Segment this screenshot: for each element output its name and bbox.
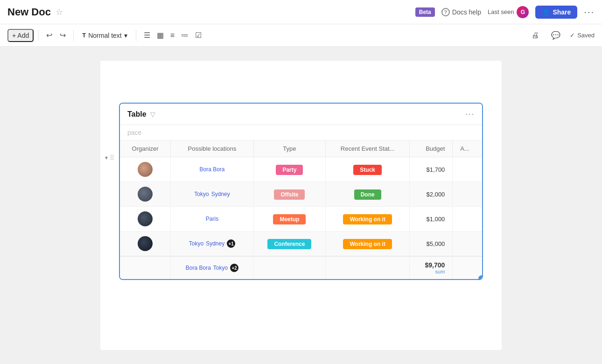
cell-budget: $2,000 [410, 182, 453, 207]
cell-status: Stuck [325, 157, 409, 182]
table-block: Table ▽ ··· pace Organizer Possible loca… [119, 103, 483, 280]
comment-button[interactable]: 💬 [548, 29, 563, 42]
footer-type [253, 256, 325, 279]
footer-status [325, 256, 409, 279]
share-icon: 👤 [542, 8, 550, 16]
star-icon[interactable]: ☆ [56, 7, 63, 17]
chevron-down-icon: ▾ [124, 32, 127, 39]
cell-type: Offsite [253, 182, 325, 207]
status-badge: Done [354, 189, 381, 200]
footer-locations: Bora BoraTokyo+2 [171, 256, 254, 279]
sum-label: sum [417, 269, 445, 274]
status-badge: Working on it [343, 214, 392, 224]
filter-icon[interactable]: ▽ [150, 111, 155, 118]
cell-locations: TokyoSydney [171, 182, 254, 207]
footer-location-tag[interactable]: Tokyo [213, 265, 228, 271]
text-style-dropdown[interactable]: T Normal text ▾ [78, 30, 131, 41]
collapse-arrow[interactable]: ▾ [105, 154, 108, 161]
doc-title: New Doc [7, 6, 51, 18]
print-button[interactable]: 🖨 [529, 29, 542, 42]
extra-locations-badge: +1 [227, 239, 235, 248]
docs-help-link[interactable]: ? Docs help [441, 8, 481, 16]
format-buttons: ☰ ▦ ≡ ≔ ☑ [141, 29, 204, 42]
table-title: Table [127, 110, 147, 119]
table-insert-button[interactable]: ▦ [154, 29, 167, 42]
table-row[interactable]: TokyoSydney+1ConferenceWorking on it$5,0… [120, 231, 482, 257]
divider-2 [73, 30, 74, 41]
saved-label: Saved [577, 32, 595, 39]
share-button[interactable]: 👤 Share [535, 6, 577, 19]
organizer-avatar [138, 236, 153, 251]
cell-budget: $5,000 [410, 231, 453, 257]
doc-page: ▾ ⠿ Table ▽ ··· pace Organizer [100, 61, 502, 350]
add-button[interactable]: + Add [7, 29, 34, 42]
location-tag[interactable]: Tokyo [189, 240, 203, 247]
top-bar-right: Beta ? Docs help Last seen G 👤 Share ··· [415, 6, 595, 19]
more-options-button[interactable]: ··· [584, 7, 595, 17]
table-footer-row: Bora BoraTokyo+2$9,700sum [120, 256, 482, 279]
docs-help-label: Docs help [452, 8, 481, 16]
table-more-button[interactable]: ··· [465, 109, 475, 119]
undo-button[interactable]: ↩ [43, 29, 55, 42]
main-content: ▾ ⠿ Table ▽ ··· pace Organizer [0, 47, 602, 364]
table-row[interactable]: ParisMeetupWorking on it$1,000 [120, 207, 482, 231]
last-seen-avatar: G [517, 6, 529, 18]
cell-budget: $1,700 [410, 157, 453, 182]
cell-locations: Paris [171, 207, 254, 231]
drag-handle[interactable]: ⠿ [110, 154, 114, 161]
table-row[interactable]: TokyoSydneyOffsiteDone$2,000 [120, 182, 482, 207]
redo-button[interactable]: ↪ [57, 29, 69, 42]
organizer-avatar [138, 187, 153, 202]
location-tag[interactable]: Paris [206, 216, 218, 222]
cell-extra [453, 231, 482, 257]
cell-organizer [120, 157, 171, 182]
numbered-list-button[interactable]: ≔ [178, 29, 191, 42]
location-tag[interactable]: Bora Bora [200, 166, 225, 173]
type-badge: Party [276, 165, 303, 175]
text-style-label: Normal text [88, 32, 122, 39]
col-header-organizer: Organizer [120, 140, 171, 157]
toolbar: + Add ↩ ↪ T Normal text ▾ ☰ ▦ ≡ ≔ ☑ 🖨 💬 … [0, 24, 602, 47]
cell-organizer [120, 231, 171, 257]
help-icon: ? [441, 8, 450, 16]
location-tag[interactable]: Sydney [211, 191, 230, 197]
cell-type: Conference [253, 231, 325, 257]
align-button[interactable]: ☰ [141, 29, 153, 42]
footer-location-tag[interactable]: Bora Bora [186, 265, 211, 271]
cell-organizer [120, 182, 171, 207]
status-badge: Stuck [353, 165, 382, 175]
block-controls: ▾ ⠿ [105, 154, 114, 161]
status-badge: Working on it [343, 239, 392, 249]
location-tag[interactable]: Tokyo [194, 191, 209, 197]
check-icon: ✓ [570, 32, 575, 39]
col-header-extra: A... [453, 140, 482, 157]
bullet-list-button[interactable]: ≡ [168, 29, 177, 42]
text-icon: T [82, 32, 86, 39]
footer-extra-badge: +2 [230, 264, 238, 272]
checkbox-button[interactable]: ☑ [192, 29, 204, 42]
last-seen: Last seen G [488, 6, 529, 18]
col-header-locations: Possible locations [171, 140, 254, 157]
col-header-budget: Budget [410, 140, 453, 157]
table-header-row: Table ▽ ··· [120, 104, 482, 125]
budget-total: $9,700 [417, 261, 445, 269]
cell-extra [453, 182, 482, 207]
cell-extra [453, 207, 482, 231]
data-table: Organizer Possible locations Type Recent… [120, 140, 482, 279]
organizer-avatar [138, 162, 153, 177]
cell-budget: $1,000 [410, 207, 453, 231]
table-row[interactable]: Bora BoraPartyStuck$1,700 [120, 157, 482, 182]
cell-type: Meetup [253, 207, 325, 231]
resize-handle[interactable] [478, 275, 483, 280]
cell-status: Working on it [325, 207, 409, 231]
location-tag[interactable]: Sydney [206, 240, 224, 247]
space-placeholder: pace [127, 129, 141, 136]
type-badge: Offsite [274, 189, 305, 200]
type-badge: Meetup [273, 214, 306, 224]
add-label: + Add [12, 32, 29, 39]
cell-organizer [120, 207, 171, 231]
cell-locations: TokyoSydney+1 [171, 231, 254, 257]
beta-badge: Beta [415, 7, 435, 17]
space-input-row[interactable]: pace [120, 125, 482, 140]
footer-organizer [120, 256, 171, 279]
